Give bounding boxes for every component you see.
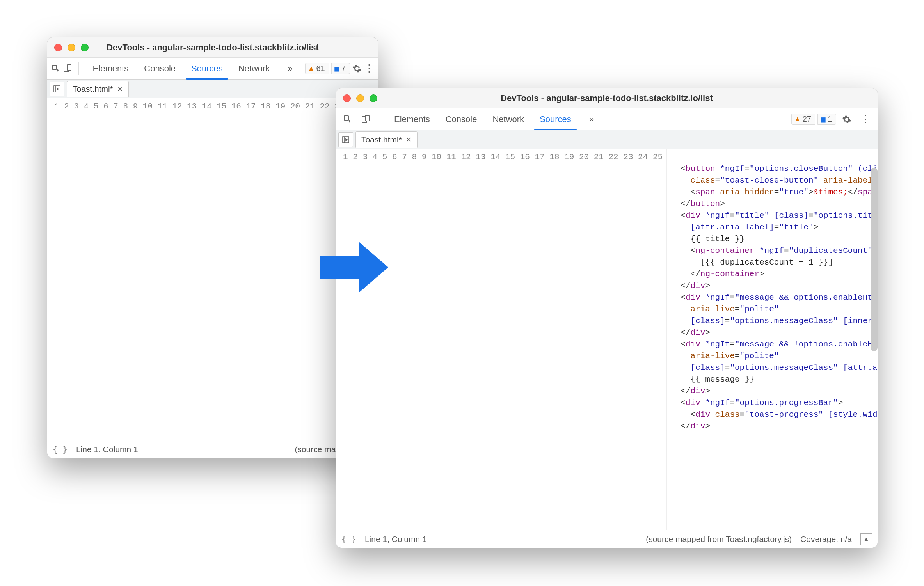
minimize-window-button[interactable]: [356, 94, 364, 102]
source-mapped-label: (source mapped from Toast.ngfactory.js): [646, 535, 792, 544]
svg-rect-6: [365, 115, 369, 121]
device-toggle-icon[interactable]: [63, 61, 72, 76]
warnings-badge[interactable]: ▲61: [305, 63, 329, 74]
panel-tabs: ElementsConsoleSourcesNetwork: [85, 58, 278, 79]
cursor-position: Line 1, Column 1: [76, 445, 138, 454]
panel-tab-sources[interactable]: Sources: [183, 58, 231, 79]
svg-rect-4: [344, 116, 348, 120]
panel-tab-elements[interactable]: Elements: [85, 58, 137, 79]
file-tabstrip: Toast.html* ✕: [47, 80, 378, 98]
close-tab-icon[interactable]: ✕: [117, 85, 123, 93]
pretty-print-icon[interactable]: { }: [53, 445, 68, 454]
status-bar: { } Line 1, Column 1 (source mapped from…: [336, 530, 878, 548]
cursor-position: Line 1, Column 1: [365, 535, 427, 544]
code-editor[interactable]: 1 2 3 4 5 6 7 8 9 10 11 12 13 14 15 16 1…: [336, 149, 878, 530]
traffic-lights: [343, 94, 377, 102]
show-navigator-button[interactable]: [50, 82, 64, 96]
code-area[interactable]: <button *ngIf="options.closeButton" (cli…: [667, 149, 878, 530]
file-tab[interactable]: Toast.html* ✕: [355, 131, 418, 148]
line-gutter: 1 2 3 4 5 6 7 8 9 10 11 12 13 14 15 16 1…: [336, 149, 667, 530]
warnings-count: 61: [316, 64, 325, 73]
show-navigator-button[interactable]: [338, 132, 353, 147]
file-tab[interactable]: Toast.html* ✕: [67, 81, 129, 97]
scrollbar-track[interactable]: [870, 149, 878, 530]
window-title: DevTools - angular-sample-todo-list.stac…: [47, 43, 378, 53]
kebab-menu-icon[interactable]: ⋮: [364, 60, 374, 77]
more-tabs-button[interactable]: »: [280, 58, 300, 79]
svg-rect-0: [52, 65, 57, 69]
panel-tab-console[interactable]: Console: [136, 58, 183, 79]
traffic-lights: [54, 44, 89, 51]
panel-tabs: ElementsConsoleNetworkSources: [386, 108, 579, 130]
more-tabs-button[interactable]: »: [581, 108, 602, 130]
source-map-link[interactable]: Toast.ngfactory.js: [726, 535, 789, 543]
devtools-toolbar: ElementsConsoleSourcesNetwork » ▲61 ◼︎7 …: [47, 58, 378, 80]
drawer-toggle-icon[interactable]: ▲: [860, 533, 872, 545]
inspect-element-icon[interactable]: [340, 112, 355, 127]
issues-count: 1: [828, 115, 832, 124]
panel-tab-console[interactable]: Console: [438, 108, 485, 130]
transition-arrow-icon: [316, 238, 390, 298]
file-tab-name: Toast.html*: [361, 135, 402, 144]
panel-tab-elements[interactable]: Elements: [386, 108, 438, 130]
minimize-window-button[interactable]: [68, 44, 75, 51]
settings-gear-icon[interactable]: [839, 111, 855, 128]
pretty-print-icon[interactable]: { }: [341, 535, 356, 544]
devtools-toolbar: ElementsConsoleNetworkSources » ▲27 ◼︎1 …: [336, 108, 878, 130]
close-window-button[interactable]: [343, 94, 351, 102]
devtools-window-right: DevTools - angular-sample-todo-list.stac…: [336, 88, 878, 548]
settings-gear-icon[interactable]: [352, 60, 362, 77]
maximize-window-button[interactable]: [370, 94, 377, 102]
panel-tab-sources[interactable]: Sources: [532, 108, 579, 130]
status-bar: { } Line 1, Column 1 (source mapped from: [47, 440, 378, 458]
panel-tab-network[interactable]: Network: [231, 58, 278, 79]
issues-count: 7: [341, 64, 346, 73]
svg-rect-2: [67, 65, 71, 70]
maximize-window-button[interactable]: [81, 44, 89, 51]
scrollbar-thumb[interactable]: [871, 168, 878, 351]
kebab-menu-icon[interactable]: ⋮: [857, 111, 874, 128]
close-tab-icon[interactable]: ✕: [406, 135, 412, 144]
issues-badge[interactable]: ◼︎1: [817, 114, 836, 125]
issues-badge[interactable]: ◼︎7: [331, 63, 350, 74]
device-toggle-icon[interactable]: [358, 112, 373, 127]
file-tabstrip: Toast.html* ✕: [336, 130, 878, 149]
close-window-button[interactable]: [54, 44, 62, 51]
panel-tab-network[interactable]: Network: [485, 108, 532, 130]
coverage-label: Coverage: n/a: [800, 535, 852, 544]
titlebar: DevTools - angular-sample-todo-list.stac…: [336, 88, 878, 108]
inspect-element-icon[interactable]: [51, 61, 60, 76]
window-title: DevTools - angular-sample-todo-list.stac…: [336, 93, 878, 103]
file-tab-name: Toast.html*: [73, 84, 113, 94]
warnings-badge[interactable]: ▲27: [791, 114, 815, 125]
warnings-count: 27: [803, 115, 811, 124]
titlebar: DevTools - angular-sample-todo-list.stac…: [47, 37, 378, 58]
